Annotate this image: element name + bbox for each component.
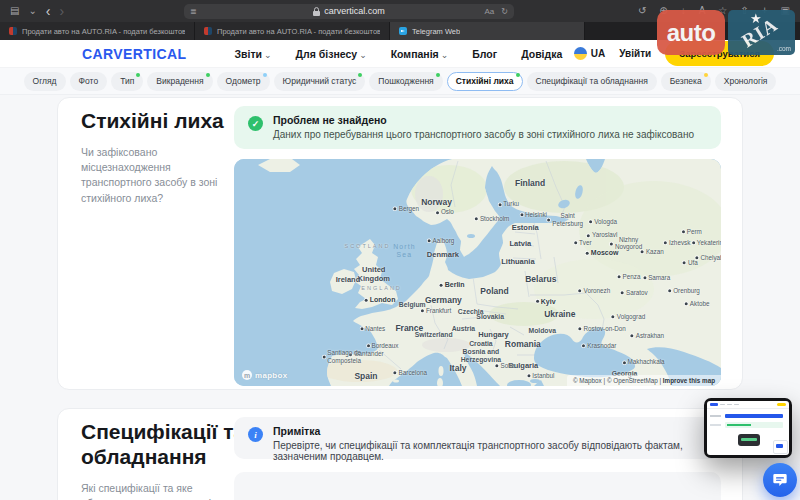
- report-tab[interactable]: Хронологія: [715, 72, 777, 91]
- address-bar[interactable]: ≣ carvertical.com Aa ↻: [184, 4, 514, 19]
- report-tab[interactable]: Одометр: [217, 72, 270, 91]
- autoria-watermark: auto ★ RIA .com: [657, 10, 795, 55]
- pip-video-window[interactable]: [704, 398, 792, 458]
- status-dot-blue: [263, 73, 267, 77]
- report-tab[interactable]: Пошкодження: [369, 72, 442, 91]
- status-description: Даних про перебування цього транспортног…: [273, 129, 694, 140]
- no-problems-banner: ✓ Проблем не знайдено Даних про перебува…: [234, 106, 721, 149]
- status-dot-green: [358, 73, 362, 77]
- autoria-favicon-icon: [9, 27, 17, 35]
- login-button[interactable]: Увійти: [619, 48, 651, 59]
- report-tab[interactable]: Викрадення: [147, 72, 212, 91]
- status-dot-green: [436, 73, 440, 77]
- status-dot-green: [136, 73, 140, 77]
- disasters-map[interactable]: NorwayFinlandEstoniaLatviaLithuaniaDenma…: [234, 159, 721, 386]
- back-icon[interactable]: ‹: [46, 0, 51, 22]
- chevron-down-icon: ⌄: [264, 50, 272, 60]
- report-tab[interactable]: Фото: [70, 72, 108, 91]
- info-circle-icon: i: [248, 427, 263, 442]
- report-tab[interactable]: Безпека: [661, 72, 711, 91]
- ua-flag-icon: [574, 47, 587, 60]
- url-text: carvertical.com: [324, 6, 385, 16]
- carvertical-logo[interactable]: carVertical: [82, 46, 186, 62]
- note-description: Перевірте, чи специфікації та комплектац…: [273, 440, 707, 462]
- translate-icon[interactable]: Aa: [485, 7, 495, 16]
- attribution-link[interactable]: © OpenStreetMap: [607, 377, 658, 384]
- note-banner: i Примітка Перевірте, чи специфікації та…: [234, 417, 721, 459]
- report-tab[interactable]: Огляд: [24, 72, 66, 91]
- specs-content-box: [234, 472, 721, 500]
- report-tab[interactable]: Стихійні лиха: [447, 72, 523, 91]
- chat-widget-button[interactable]: [763, 463, 797, 497]
- status-dot-yellow: [704, 73, 708, 77]
- reader-icon[interactable]: ≣: [190, 7, 197, 16]
- mapbox-icon: m: [242, 370, 252, 380]
- language-label: UA: [591, 48, 605, 59]
- note-title: Примітка: [273, 425, 707, 437]
- pip-screen: [707, 401, 789, 455]
- mapbox-logo[interactable]: m mapbox: [242, 370, 287, 380]
- chevron-down-icon: ⌄: [441, 50, 449, 60]
- report-tab[interactable]: Тип: [111, 72, 143, 91]
- telegram-favicon-icon: [399, 27, 407, 35]
- specs-card: Специфікації та обладнання Які специфіка…: [57, 408, 743, 500]
- report-tab[interactable]: Юридичний статус: [274, 72, 366, 91]
- language-selector[interactable]: UA: [574, 47, 605, 60]
- nav-item[interactable]: Довідка: [521, 48, 562, 60]
- screen: ▤ ⌄ ‹ › ≣ carvertical.com Aa ↻ ↺⊕↓A☆⇧+▣ …: [0, 0, 800, 500]
- status-title: Проблем не знайдено: [273, 114, 694, 126]
- nav-item[interactable]: Для бізнесу⌄: [296, 48, 367, 60]
- main-nav: Звіти⌄Для бізнесу⌄Компанія⌄БлогДовідка: [234, 48, 562, 60]
- nav-item[interactable]: Блог: [472, 48, 497, 60]
- forward-icon[interactable]: ›: [60, 0, 65, 22]
- mapbox-wordmark: mapbox: [255, 371, 287, 380]
- watermark-auto: auto: [657, 10, 725, 55]
- nav-item[interactable]: Компанія⌄: [391, 48, 449, 60]
- report-page: Стихійні лиха Чи зафіксовано місцезнаход…: [0, 94, 800, 500]
- autoria-favicon-icon: [204, 27, 212, 35]
- browser-tab[interactable]: Telegram Web: [390, 22, 585, 40]
- nav-item[interactable]: Звіти⌄: [234, 48, 271, 60]
- status-dot-green: [516, 73, 520, 77]
- report-tab[interactable]: Специфікації та обладнання: [527, 72, 657, 91]
- lock-icon: [313, 7, 320, 16]
- specs-title: Специфікації та обладнання: [81, 419, 251, 469]
- pip-corner-badge: [773, 440, 788, 454]
- history-icon[interactable]: ↺: [638, 0, 646, 22]
- chat-icon: [772, 472, 788, 488]
- pip-odometer-image: [738, 434, 760, 446]
- europe-map-graphic: [234, 159, 721, 386]
- chevron-down-icon[interactable]: ⌄: [28, 0, 36, 22]
- report-section-nav: ОглядФотоТипВикраденняОдометрЮридичний с…: [0, 68, 800, 95]
- specs-question: Які специфікації та яке обладнання зареє…: [81, 481, 231, 500]
- disasters-question: Чи зафіксовано місцезнаходження транспор…: [81, 145, 231, 206]
- attribution-link[interactable]: Improve this map: [663, 377, 715, 384]
- disasters-title: Стихійні лиха: [81, 108, 234, 133]
- browser-tab[interactable]: Продати авто на AUTO.RIA - подати безкош…: [0, 22, 195, 40]
- check-circle-icon: ✓: [248, 116, 263, 131]
- attribution-link[interactable]: © Mapbox: [573, 377, 602, 384]
- map-attribution[interactable]: © Mapbox | © OpenStreetMap | Improve thi…: [567, 375, 721, 386]
- disasters-card: Стихійні лиха Чи зафіксовано місцезнаход…: [57, 97, 743, 390]
- reload-icon[interactable]: ↻: [501, 7, 508, 16]
- watermark-ria: ★ RIA .com: [728, 10, 795, 55]
- status-dot-green: [206, 73, 210, 77]
- sidebar-icon[interactable]: ▤: [10, 0, 19, 22]
- browser-tab[interactable]: Продати авто на AUTO.RIA - подати безкош…: [195, 22, 390, 40]
- chevron-down-icon: ⌄: [359, 50, 367, 60]
